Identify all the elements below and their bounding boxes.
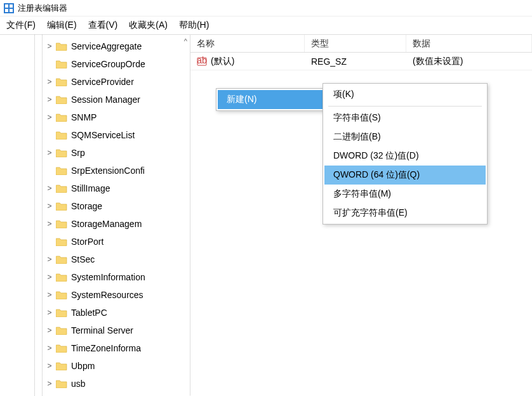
svg-text:ab: ab xyxy=(197,56,207,65)
tree-item-label: TabletPC xyxy=(71,308,107,318)
folder-icon xyxy=(56,148,67,157)
folder-icon xyxy=(56,60,67,68)
tree-item-label: Terminal Server xyxy=(71,325,133,335)
folder-icon xyxy=(56,202,67,211)
tree-item[interactable]: >StorageManagem xyxy=(0,215,190,233)
folder-icon xyxy=(56,308,67,317)
menu-view[interactable]: 查看(V) xyxy=(88,20,118,31)
tree-item-label: StillImage xyxy=(71,183,110,193)
tree-item[interactable]: SQMServiceList xyxy=(0,126,190,144)
tree-pane[interactable]: ^ >ServiceAggregateServiceGroupOrde>Serv… xyxy=(0,35,190,396)
expander-icon[interactable]: > xyxy=(46,379,53,388)
list-row[interactable]: ab(默认)REG_SZ(数值未设置) xyxy=(190,53,532,70)
submenu-qword[interactable]: QWORD (64 位)值(Q) xyxy=(324,166,486,185)
tree-item[interactable]: >Storage xyxy=(0,197,190,215)
submenu-binary-label: 二进制值(B) xyxy=(333,131,381,143)
tree: >ServiceAggregateServiceGroupOrde>Servic… xyxy=(0,35,190,395)
tree-item-label: SNMP xyxy=(71,112,96,122)
folder-icon xyxy=(56,131,67,140)
expander-icon[interactable]: > xyxy=(46,184,53,193)
folder-icon xyxy=(56,184,67,193)
expander-icon[interactable]: > xyxy=(46,42,53,51)
tree-item[interactable]: >SystemInformation xyxy=(0,268,190,286)
submenu-separator xyxy=(328,106,482,107)
tree-item[interactable]: >TimeZoneInforma xyxy=(0,339,190,357)
tree-item[interactable]: >ServiceProvider xyxy=(0,73,190,91)
folder-icon xyxy=(56,42,67,51)
expander-icon[interactable]: > xyxy=(46,344,53,353)
menu-help[interactable]: 帮助(H) xyxy=(179,20,209,31)
cell-type: REG_SZ xyxy=(305,53,406,70)
column-data[interactable]: 数据 xyxy=(406,35,532,52)
tree-item-label: ServiceProvider xyxy=(71,77,134,87)
folder-icon xyxy=(56,379,67,388)
submenu-string[interactable]: 字符串值(S) xyxy=(324,108,486,127)
column-name[interactable]: 名称 xyxy=(190,35,305,52)
expander-icon[interactable]: > xyxy=(46,95,53,104)
tree-item[interactable]: >TabletPC xyxy=(0,304,190,322)
tree-item-label: ServiceAggregate xyxy=(71,41,142,51)
tree-item[interactable]: StorPort xyxy=(0,233,190,251)
folder-icon xyxy=(56,290,67,299)
svg-rect-3 xyxy=(5,9,8,12)
value-name: (默认) xyxy=(211,56,234,67)
tree-item[interactable]: >StSec xyxy=(0,251,190,268)
expander-icon[interactable]: > xyxy=(46,308,53,317)
tree-item-label: Session Manager xyxy=(71,94,140,105)
submenu-dword-label: DWORD (32 位)值(D) xyxy=(333,150,419,162)
column-type[interactable]: 类型 xyxy=(305,35,406,52)
tree-item[interactable]: >Terminal Server xyxy=(0,322,190,339)
submenu-expandstring[interactable]: 可扩充字符串值(E) xyxy=(324,204,486,223)
tree-item[interactable]: >SNMP xyxy=(0,108,190,126)
list-pane[interactable]: 名称 类型 数据 ab(默认)REG_SZ(数值未设置) 新建(N) › 项(K… xyxy=(190,35,532,396)
menubar: 文件(F) 编辑(E) 查看(V) 收藏夹(A) 帮助(H) xyxy=(0,16,532,34)
expander-icon[interactable]: > xyxy=(46,273,53,282)
menu-edit[interactable]: 编辑(E) xyxy=(47,20,77,31)
tree-item-label: SystemResources xyxy=(71,290,143,300)
cell-name: ab(默认) xyxy=(190,53,305,70)
expander-icon[interactable]: > xyxy=(46,148,53,157)
tree-item-label: SrpExtensionConfi xyxy=(71,166,145,176)
tree-item[interactable]: SrpExtensionConfi xyxy=(0,162,190,179)
folder-icon xyxy=(56,255,67,264)
submenu-multistring[interactable]: 多字符串值(M) xyxy=(324,185,486,204)
tree-item[interactable]: >StillImage xyxy=(0,179,190,197)
submenu-dword[interactable]: DWORD (32 位)值(D) xyxy=(324,146,486,166)
expander-icon[interactable]: > xyxy=(46,77,53,86)
folder-icon xyxy=(56,344,67,353)
svg-rect-1 xyxy=(5,4,8,8)
tree-item[interactable]: >Ubpm xyxy=(0,357,190,375)
tree-item[interactable]: >ServiceAggregate xyxy=(0,37,190,55)
window-title: 注册表编辑器 xyxy=(18,3,67,14)
expander-icon[interactable]: > xyxy=(46,361,53,370)
tree-item-label: Storage xyxy=(71,201,102,211)
string-value-icon: ab xyxy=(197,56,207,67)
app-icon xyxy=(4,3,14,13)
submenu-qword-label: QWORD (64 位)值(Q) xyxy=(333,169,420,181)
context-menu-new-label: 新建(N) xyxy=(227,94,256,105)
tree-item[interactable]: ServiceGroupOrde xyxy=(0,55,190,73)
tree-item-label: Ubpm xyxy=(71,361,95,371)
tree-item[interactable]: >Session Manager xyxy=(0,91,190,108)
menu-favorites[interactable]: 收藏夹(A) xyxy=(129,20,168,31)
tree-item-label: StorPort xyxy=(71,237,103,247)
tree-item[interactable]: >Srp xyxy=(0,144,190,162)
folder-icon xyxy=(56,166,67,175)
submenu-key[interactable]: 项(K) xyxy=(324,85,486,104)
tree-item[interactable]: >SystemResources xyxy=(0,286,190,304)
cell-data: (数值未设置) xyxy=(406,53,532,70)
submenu-binary[interactable]: 二进制值(B) xyxy=(324,127,486,146)
svg-rect-2 xyxy=(10,4,13,8)
folder-icon xyxy=(56,219,67,228)
expander-icon[interactable]: > xyxy=(46,219,53,228)
expander-icon[interactable]: > xyxy=(46,290,53,299)
content: ^ >ServiceAggregateServiceGroupOrde>Serv… xyxy=(0,34,532,396)
tree-item[interactable]: >usb xyxy=(0,375,190,393)
expander-icon[interactable]: > xyxy=(46,255,53,264)
expander-icon[interactable]: > xyxy=(46,202,53,211)
folder-icon xyxy=(56,77,67,86)
menu-file[interactable]: 文件(F) xyxy=(6,20,36,31)
tree-item-label: Srp xyxy=(71,148,85,158)
expander-icon[interactable]: > xyxy=(46,326,53,335)
expander-icon[interactable]: > xyxy=(46,113,53,122)
